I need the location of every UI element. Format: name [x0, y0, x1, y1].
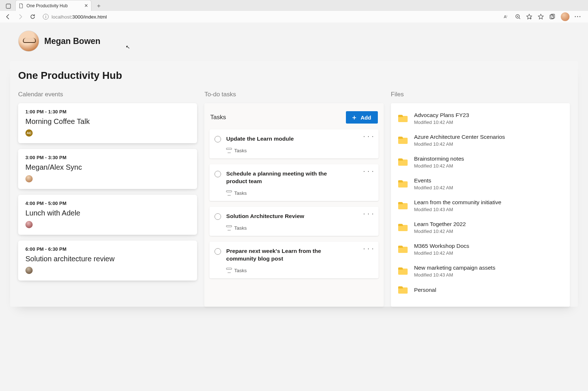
task-card[interactable]: Solution Architecture Review· · ·Tasks [209, 207, 378, 236]
tasks-panel-title: Tasks [210, 114, 226, 121]
folder-icon [398, 202, 408, 209]
file-info: Brainstorming notesModified 10:42 AM [414, 156, 464, 169]
folder-icon [398, 286, 408, 294]
task-bucket: Tasks [226, 148, 373, 153]
read-aloud-icon[interactable]: A⁾ [503, 13, 510, 20]
task-bucket: Tasks [226, 268, 373, 273]
task-more-icon[interactable]: · · · [363, 169, 374, 174]
file-row[interactable]: Learn from the community initiativeModif… [397, 195, 564, 217]
file-row[interactable]: M365 Workshop DocsModified 10:42 AM [397, 238, 564, 260]
task-more-icon[interactable]: · · · [363, 134, 374, 140]
user-name: Megan Bowen [44, 36, 101, 46]
file-meta: Modified 10:42 AM [414, 163, 464, 169]
file-info: Azure Architecture Center ScenariosModif… [414, 134, 505, 147]
user-avatar[interactable] [18, 31, 39, 52]
browser-chrome: One Productivity Hub ✕ ＋ i localhost:300… [0, 0, 588, 23]
file-row[interactable]: Brainstorming notesModified 10:42 AM [397, 151, 564, 173]
file-meta: Modified 10:42 AM [414, 120, 469, 125]
file-name: Azure Architecture Center Scenarios [414, 134, 505, 140]
event-card[interactable]: 4:00 PM - 5:00 PMLunch with Adele [18, 195, 197, 235]
page-title: One Productivity Hub [18, 70, 570, 81]
folder-icon [398, 180, 408, 188]
file-row[interactable]: New marketing campaign assetsModified 10… [397, 260, 564, 282]
file-name: M365 Workshop Docs [414, 243, 469, 249]
add-task-button[interactable]: ＋ Add [346, 111, 377, 124]
task-more-icon[interactable]: · · · [363, 211, 374, 217]
refresh-button[interactable] [28, 12, 38, 22]
task-bucket: Tasks [226, 225, 373, 231]
file-row[interactable]: Personal [397, 282, 564, 298]
file-row[interactable]: EventsModified 10:42 AM [397, 173, 564, 195]
close-tab-icon[interactable]: ✕ [84, 3, 88, 8]
tab-strip: One Productivity Hub ✕ ＋ [0, 0, 588, 11]
event-attendees: AC [25, 129, 190, 137]
event-card[interactable]: 1:00 PM - 1:30 PMMorning Coffee TalkAC [18, 103, 197, 143]
profile-avatar[interactable] [561, 12, 569, 21]
files-panel: Advocacy Plans FY23Modified 10:42 AMAzur… [391, 103, 570, 307]
event-title: Solution architecture review [25, 255, 190, 263]
file-meta: Modified 10:42 AM [414, 250, 469, 256]
file-row[interactable]: Azure Architecture Center ScenariosModif… [397, 129, 564, 151]
file-info: EventsModified 10:42 AM [414, 177, 453, 190]
favorite-star-icon[interactable] [526, 13, 532, 20]
browser-tab[interactable]: One Productivity Hub ✕ [15, 0, 91, 11]
event-title: Lunch with Adele [25, 209, 190, 217]
file-meta: Modified 10:43 AM [414, 207, 501, 212]
task-title: Update the Learn module [226, 135, 294, 143]
collections-icon[interactable] [549, 13, 556, 20]
task-title: Schedule a planning meeting with the pro… [226, 170, 342, 185]
events-list: 1:00 PM - 1:30 PMMorning Coffee TalkAC3:… [18, 103, 197, 281]
event-card[interactable]: 3:00 PM - 3:30 PMMegan/Alex Sync [18, 149, 197, 189]
file-info: Advocacy Plans FY23Modified 10:42 AM [414, 112, 469, 125]
back-button[interactable] [3, 12, 13, 22]
event-title: Morning Coffee Talk [25, 117, 190, 126]
task-more-icon[interactable]: · · · [363, 246, 374, 252]
event-time: 6:00 PM - 6:30 PM [25, 246, 190, 252]
task-bucket-label: Tasks [234, 225, 247, 231]
event-time: 3:00 PM - 3:30 PM [25, 155, 190, 160]
file-name: Advocacy Plans FY23 [414, 112, 469, 118]
attendee-avatar[interactable] [25, 267, 33, 274]
favorites-icon[interactable] [538, 13, 544, 20]
tab-actions-icon[interactable] [4, 1, 13, 11]
task-card[interactable]: Prepare next week's Learn from the commu… [209, 242, 378, 278]
task-bucket-label: Tasks [234, 268, 247, 273]
file-row[interactable]: Advocacy Plans FY23Modified 10:42 AM [397, 108, 564, 129]
file-name: Learn Together 2022 [414, 221, 466, 227]
file-info: Learn Together 2022Modified 10:42 AM [414, 221, 466, 234]
task-complete-toggle[interactable] [215, 171, 221, 177]
forward-button[interactable] [15, 12, 25, 22]
more-menu-icon[interactable]: ··· [575, 13, 581, 20]
address-bar[interactable]: i localhost:3000/index.html [40, 12, 501, 22]
add-task-label: Add [360, 114, 371, 121]
task-card[interactable]: Update the Learn module· · ·Tasks [209, 129, 378, 158]
attendee-avatar[interactable] [25, 221, 33, 228]
attendee-avatar[interactable] [25, 175, 33, 182]
event-time: 4:00 PM - 5:00 PM [25, 201, 190, 206]
files-header: Files [391, 91, 570, 98]
new-tab-button[interactable]: ＋ [94, 1, 104, 11]
toolbar-right: A⁾ ··· [503, 12, 585, 21]
folder-icon [398, 158, 408, 166]
tasks-panel: Tasks ＋ Add Update the Learn module· · ·… [204, 103, 383, 307]
task-complete-toggle[interactable] [215, 213, 221, 220]
svg-text:A⁾: A⁾ [504, 15, 507, 19]
file-meta: Modified 10:42 AM [414, 185, 453, 190]
task-card[interactable]: Schedule a planning meeting with the pro… [209, 164, 378, 201]
site-info-icon[interactable]: i [43, 14, 49, 20]
user-header: Megan Bowen [18, 31, 578, 52]
task-complete-toggle[interactable] [215, 136, 221, 142]
tasks-panel-header: Tasks ＋ Add [209, 109, 378, 129]
task-complete-toggle[interactable] [215, 248, 221, 255]
toolbar: i localhost:3000/index.html A⁾ ··· [0, 11, 588, 23]
attendee-avatar[interactable]: AC [25, 129, 33, 137]
folder-icon [398, 115, 408, 122]
event-card[interactable]: 6:00 PM - 6:30 PMSolution architecture r… [18, 241, 197, 281]
file-row[interactable]: Learn Together 2022Modified 10:42 AM [397, 217, 564, 238]
folder-icon [398, 137, 408, 144]
zoom-icon[interactable] [515, 14, 521, 20]
event-attendees [25, 221, 190, 228]
bucket-icon [226, 225, 231, 230]
page: Megan Bowen ↖ One Productivity Hub Calen… [0, 23, 588, 307]
file-info: New marketing campaign assetsModified 10… [414, 265, 495, 278]
